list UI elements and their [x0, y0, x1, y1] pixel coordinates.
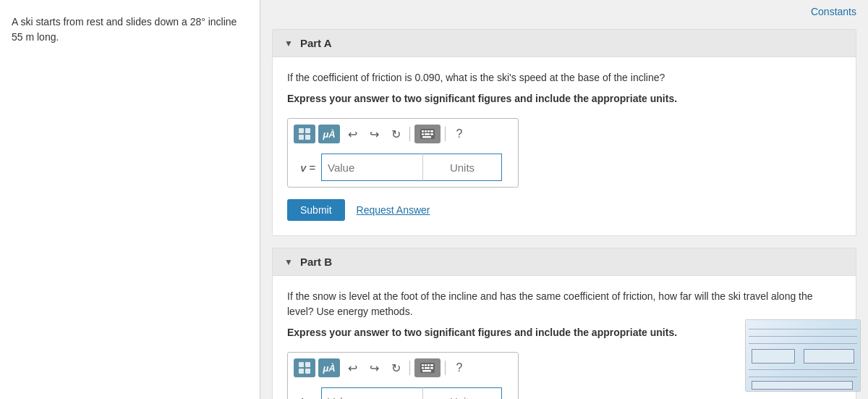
part-b-input-row: L =	[294, 387, 512, 399]
part-a-value-input[interactable]	[321, 154, 422, 181]
svg-rect-11	[430, 133, 433, 135]
part-b-mu-button[interactable]: μÀ	[318, 358, 340, 377]
thumb-line-1	[749, 329, 857, 329]
svg-rect-24	[430, 367, 433, 369]
part-b-answer-box: μÀ ↩ ↪ ↻	[287, 352, 519, 399]
part-b-chevron[interactable]: ▼	[284, 257, 293, 267]
svg-rect-18	[422, 364, 424, 366]
part-a-answer-box: μÀ ↩ ↪ ↻	[287, 118, 519, 188]
part-a-toolbar: μÀ ↩ ↪ ↻	[294, 125, 512, 148]
svg-rect-9	[422, 133, 424, 135]
part-a-help-button[interactable]: ?	[450, 125, 469, 143]
part-a-request-answer-button[interactable]: Request Answer	[357, 204, 430, 216]
svg-rect-13	[299, 362, 304, 367]
svg-rect-16	[305, 369, 310, 374]
part-b-question: If the snow is level at the foot of the …	[287, 289, 841, 319]
part-a-section: ▼ Part A If the coefficient of friction …	[272, 29, 856, 236]
part-a-units-input[interactable]	[422, 154, 502, 181]
svg-rect-15	[299, 369, 304, 374]
thumbnail-inner	[746, 320, 860, 391]
part-a-instruction: Express your answer to two significant f…	[287, 91, 841, 106]
thumb-box-3	[752, 381, 853, 390]
thumb-box-1	[752, 349, 795, 364]
svg-rect-19	[425, 364, 427, 366]
svg-rect-21	[430, 364, 433, 366]
part-b-header: ▼ Part B	[273, 248, 856, 276]
part-b-keyboard-button[interactable]	[414, 358, 441, 377]
part-a-refresh-button[interactable]: ↻	[386, 125, 405, 143]
svg-rect-0	[299, 128, 304, 133]
part-b-toolbar: μÀ ↩ ↪ ↻	[294, 358, 512, 382]
part-a-redo-button[interactable]: ↪	[365, 125, 383, 143]
part-b-toolbar-sep	[409, 361, 410, 375]
part-a-toolbar-sep2	[445, 127, 446, 141]
thumb-line-2	[749, 336, 857, 337]
svg-rect-2	[299, 135, 304, 140]
part-a-chevron[interactable]: ▼	[284, 38, 293, 49]
part-b-label: Part B	[300, 256, 332, 268]
part-b-help-button[interactable]: ?	[450, 358, 469, 377]
part-a-variable-label: v =	[294, 161, 315, 174]
svg-rect-20	[427, 364, 430, 366]
svg-rect-6	[425, 130, 427, 133]
svg-rect-12	[422, 136, 431, 138]
svg-rect-5	[422, 130, 424, 133]
part-a-matrix-button[interactable]	[294, 125, 315, 143]
part-a-keyboard-button[interactable]	[414, 125, 441, 143]
thumb-line-5	[749, 377, 857, 377]
part-a-header: ▼ Part A	[273, 30, 856, 57]
svg-rect-22	[422, 367, 424, 369]
constants-link[interactable]: Constants	[811, 6, 856, 17]
part-b-redo-button[interactable]: ↪	[365, 358, 383, 377]
part-b-variable-label: L =	[294, 395, 315, 400]
thumb-line-4	[749, 369, 857, 370]
part-a-submit-button[interactable]: Submit	[287, 199, 345, 221]
svg-rect-3	[305, 135, 310, 140]
svg-rect-7	[427, 130, 430, 133]
main-content: Constants ▼ Part A If the coefficient of…	[260, 0, 868, 399]
problem-text: A ski starts from rest and slides down a…	[12, 14, 248, 45]
thumb-line-3	[749, 343, 857, 344]
svg-rect-25	[422, 370, 431, 372]
part-b-units-input[interactable]	[422, 387, 502, 399]
thumbnail-preview	[745, 319, 861, 392]
svg-rect-1	[305, 128, 310, 133]
part-a-body: If the coefficient of friction is 0.090,…	[273, 57, 856, 235]
part-b-toolbar-sep2	[445, 361, 446, 375]
part-a-mu-button[interactable]: μÀ	[318, 125, 340, 143]
svg-rect-8	[430, 130, 433, 133]
svg-rect-10	[425, 133, 430, 135]
part-b-matrix-button[interactable]	[294, 358, 315, 377]
part-a-label: Part A	[300, 37, 332, 49]
part-b-refresh-button[interactable]: ↻	[386, 358, 405, 377]
part-b-undo-button[interactable]: ↩	[343, 358, 362, 377]
left-panel: A ski starts from rest and slides down a…	[0, 0, 260, 399]
part-b-value-input[interactable]	[321, 387, 422, 399]
part-a-question: If the coefficient of friction is 0.090,…	[287, 70, 841, 85]
part-a-toolbar-sep	[409, 127, 410, 141]
part-a-submit-row: Submit Request Answer	[287, 199, 841, 221]
thumb-box-2	[804, 349, 854, 364]
svg-rect-14	[305, 362, 310, 367]
part-a-input-row: v =	[294, 154, 512, 181]
svg-rect-23	[425, 367, 430, 369]
part-a-undo-button[interactable]: ↩	[343, 125, 362, 143]
